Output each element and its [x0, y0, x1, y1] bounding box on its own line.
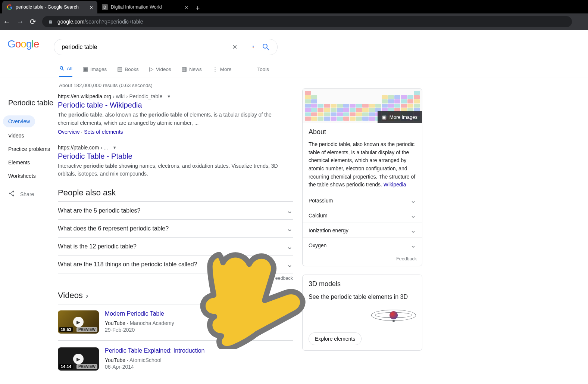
- feedback-link[interactable]: Feedback: [58, 276, 293, 281]
- paa-question[interactable]: What is the 12 periodic table?⌄: [58, 238, 293, 256]
- chevron-down-icon: ⌄: [287, 242, 293, 251]
- explore-elements-button[interactable]: Explore elements: [309, 332, 362, 345]
- browser-tab[interactable]: D Digital Information World ×: [97, 1, 193, 13]
- video-title[interactable]: Periodic Table Explained: Introduction: [105, 347, 204, 354]
- search-header: Google ×: [0, 30, 588, 55]
- result-snippet: Interactive periodic table showing names…: [58, 162, 293, 179]
- feedback-link[interactable]: Feedback: [303, 253, 422, 266]
- videos-heading[interactable]: Videos›: [58, 291, 293, 300]
- kp-about-text: The periodic table, also known as the pe…: [309, 140, 416, 189]
- address-bar: ← → ⟳ 🔒︎ google.com/search?q=periodic+ta…: [0, 13, 588, 30]
- browser-tab-active[interactable]: periodic table - Google Search ×: [2, 1, 97, 13]
- video-duration: 18:53: [59, 327, 73, 332]
- video-result[interactable]: ▶ 14:14 PREVIEW Periodic Table Explained…: [58, 347, 293, 377]
- wikipedia-link[interactable]: Wikipedia: [384, 182, 406, 188]
- back-button[interactable]: ←: [3, 18, 10, 26]
- kp-image[interactable]: ▣ More images: [303, 89, 422, 123]
- video-thumbnail[interactable]: ▶ 14:14 PREVIEW: [58, 347, 99, 371]
- url-field[interactable]: 🔒︎ google.com/search?q=periodic+table: [42, 16, 572, 27]
- tab-title: Digital Information World: [111, 4, 182, 10]
- news-icon: ▦: [182, 66, 187, 72]
- mic-icon[interactable]: [246, 41, 255, 53]
- video-thumbnail[interactable]: ▶ 18:53 PREVIEW: [58, 310, 99, 334]
- search-result: https://ptable.com › ... ▼ Periodic Tabl…: [58, 145, 293, 179]
- tab-books[interactable]: ▤Books: [117, 61, 139, 77]
- kp-about-heading: About: [309, 128, 416, 136]
- video-duration: 14:14: [59, 364, 73, 369]
- people-also-ask: What are the 5 periodic tables?⌄ What do…: [58, 201, 293, 273]
- kp-3d-models: 3D models See the periodic table element…: [302, 275, 422, 351]
- share-button[interactable]: Share: [8, 190, 58, 198]
- models-text: See the periodic table elements in 3D: [309, 292, 416, 301]
- sublink[interactable]: Sets of elements: [84, 129, 123, 135]
- tab-images[interactable]: ▣Images: [83, 61, 107, 77]
- models-heading: 3D models: [309, 280, 416, 288]
- kp-row-calcium[interactable]: Calcium⌄: [303, 208, 422, 223]
- tab-videos[interactable]: ▷Videos: [149, 61, 171, 77]
- search-results: https://en.wikipedia.org › wiki › Period…: [58, 93, 293, 384]
- atom-illustration: [371, 304, 416, 326]
- sidebar-item-elements[interactable]: Elements: [8, 160, 58, 165]
- new-tab-button[interactable]: +: [193, 3, 203, 13]
- chevron-down-icon: ⌄: [287, 260, 293, 269]
- video-date: 29-Feb-2020: [105, 327, 174, 333]
- sidebar-item-overview[interactable]: Overview: [3, 115, 35, 127]
- paa-question[interactable]: What does the 6 represent periodic table…: [58, 220, 293, 238]
- search-filter-row: 🔍︎All ▣Images ▤Books ▷Videos ▦News ⋮More…: [0, 61, 588, 77]
- chevron-down-icon: ⌄: [410, 241, 416, 250]
- forward-button[interactable]: →: [16, 18, 24, 26]
- kp-row-potassium[interactable]: Potassium⌄: [303, 193, 422, 208]
- tab-all[interactable]: 🔍︎All: [59, 61, 72, 77]
- close-icon[interactable]: ×: [90, 4, 93, 10]
- image-icon: ▣: [83, 66, 88, 72]
- kp-row-ionization[interactable]: Ionization energy⌄: [303, 223, 422, 238]
- result-link[interactable]: Periodic Table - Ptable: [58, 152, 293, 161]
- video-result[interactable]: ▶ 18:53 PREVIEW Modern Periodic Table Yo…: [58, 310, 293, 341]
- result-cite[interactable]: https://ptable.com › ... ▼: [58, 145, 293, 151]
- tab-strip: periodic table - Google Search × D Digit…: [0, 0, 588, 13]
- more-images-button[interactable]: ▣ More images: [378, 111, 422, 123]
- reload-button[interactable]: ⟳: [30, 17, 36, 26]
- kp-row-oxygen[interactable]: Oxygen⌄: [303, 238, 422, 253]
- chevron-down-icon: ⌄: [410, 211, 416, 220]
- tab-more[interactable]: ⋮More: [212, 61, 232, 77]
- search-input[interactable]: [61, 43, 230, 51]
- result-stats: About 182,000,000 results (0.63 seconds): [0, 77, 588, 93]
- chevron-down-icon[interactable]: ▼: [167, 94, 171, 99]
- chevron-down-icon[interactable]: ▼: [113, 145, 117, 150]
- paa-question[interactable]: What are the 5 periodic tables?⌄: [58, 202, 293, 220]
- search-icon: 🔍︎: [59, 65, 65, 72]
- search-icon[interactable]: [262, 43, 270, 52]
- site-favicon: D: [102, 4, 108, 10]
- left-nav: Periodic table Overview Videos Practice …: [0, 93, 58, 384]
- sidebar-item-worksheets[interactable]: Worksheets: [8, 173, 58, 179]
- share-icon: [8, 190, 15, 198]
- video-title[interactable]: Modern Periodic Table: [105, 310, 174, 317]
- sidebar-item-practice[interactable]: Practice problems: [8, 146, 58, 152]
- google-logo[interactable]: Google: [7, 38, 39, 50]
- google-favicon: [7, 4, 13, 10]
- sidebar-item-videos[interactable]: Videos: [8, 133, 58, 139]
- topic-title: Periodic table: [8, 99, 58, 107]
- video-date: 06-Apr-2014: [105, 364, 204, 370]
- paa-question[interactable]: What are the 118 things on the periodic …: [58, 256, 293, 273]
- close-icon[interactable]: ×: [185, 4, 188, 10]
- tools-button[interactable]: Tools: [257, 61, 269, 77]
- play-icon: ▶: [73, 354, 84, 364]
- url-text: google.com/search?q=periodic+table: [57, 19, 143, 25]
- result-cite[interactable]: https://en.wikipedia.org › wiki › Period…: [58, 93, 293, 99]
- chevron-down-icon: ⌄: [410, 196, 416, 205]
- clear-icon[interactable]: ×: [230, 43, 239, 52]
- result-link[interactable]: Periodic table - Wikipedia: [58, 101, 293, 109]
- play-icon: ▶: [73, 317, 84, 327]
- knowledge-panel: ▣ More images About The periodic table, …: [302, 88, 422, 384]
- paa-title: People also ask: [58, 188, 293, 198]
- tab-news[interactable]: ▦News: [182, 61, 202, 77]
- browser-chrome: periodic table - Google Search × D Digit…: [0, 0, 588, 30]
- image-icon: ▣: [382, 114, 387, 120]
- tab-title: periodic table - Google Search: [16, 4, 87, 10]
- search-form: ×: [54, 39, 278, 55]
- sublink[interactable]: Overview: [58, 129, 79, 135]
- preview-badge: PREVIEW: [76, 364, 97, 369]
- search-result: https://en.wikipedia.org › wiki › Period…: [58, 93, 293, 135]
